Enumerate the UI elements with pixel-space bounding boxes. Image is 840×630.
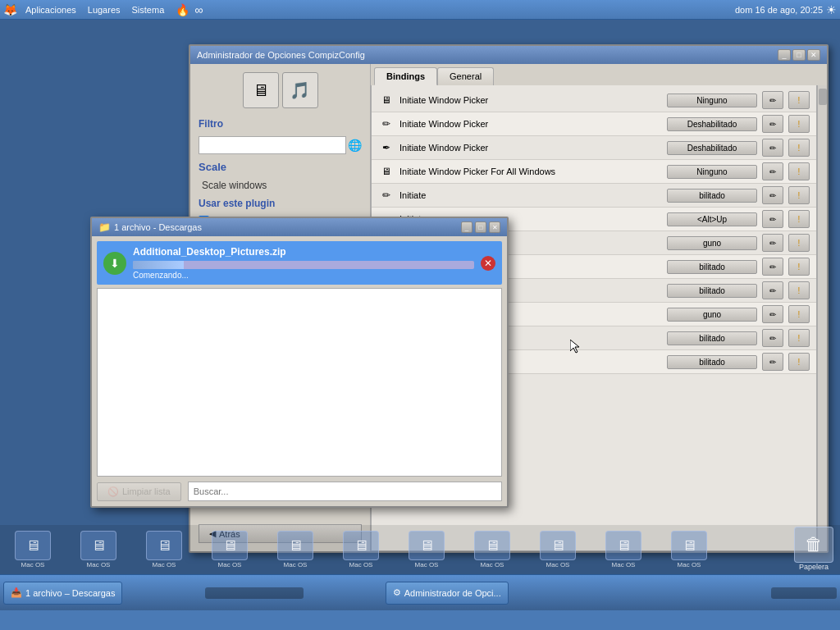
sun-icon: ☀ <box>826 3 837 16</box>
binding-edit-btn-9[interactable]: ✏ <box>762 281 783 299</box>
mac-icon-2[interactable]: 🖥 Mac OS <box>66 531 131 568</box>
firefox-icon[interactable]: 🔥 <box>176 3 189 16</box>
binding-value-btn-10[interactable]: guno <box>667 308 757 322</box>
binding-warn-btn-7[interactable]: ! <box>788 234 810 252</box>
menu-sistema[interactable]: Sistema <box>129 3 168 16</box>
mac-icon-9[interactable]: 🖥 Mac OS <box>525 531 591 568</box>
binding-value-btn-5[interactable]: bilitado <box>667 189 757 203</box>
window-maximize[interactable]: □ <box>792 49 806 61</box>
dialog-minimize[interactable]: _ <box>461 221 472 233</box>
scrollbar[interactable] <box>817 85 827 551</box>
download-file-icon: ⬇ <box>103 252 126 275</box>
menu-lugares[interactable]: Lugares <box>84 3 124 16</box>
download-progress-fill <box>133 261 184 269</box>
binding-edit-btn-12[interactable]: ✏ <box>762 353 783 371</box>
mac-icon-box-11: 🖥 <box>671 531 707 560</box>
binding-edit-btn-6[interactable]: ✏ <box>762 210 783 228</box>
usar-plugin[interactable]: Usar este plugin <box>199 198 362 209</box>
buscar-input[interactable] <box>188 482 502 501</box>
binding-warn-btn-2[interactable]: ! <box>788 115 810 133</box>
download-empty-area <box>97 288 502 477</box>
mac-icon-label-9: Mac OS <box>546 561 570 568</box>
binding-value-btn-1[interactable]: Ninguno <box>667 94 757 107</box>
top-icon: 🦊 <box>3 3 17 16</box>
binding-warn-btn-1[interactable]: ! <box>788 91 810 109</box>
binding-value-btn-11[interactable]: bilitado <box>667 331 757 345</box>
binding-edit-btn-4[interactable]: ✏ <box>762 162 783 180</box>
binding-value-btn-12[interactable]: bilitado <box>667 355 757 369</box>
mac-icon-11[interactable]: 🖥 Mac OS <box>656 531 722 568</box>
binding-value-btn-9[interactable]: bilitado <box>667 284 757 298</box>
binding-value-btn-3[interactable]: Deshabilitado <box>667 141 757 155</box>
window-close[interactable]: ✕ <box>807 49 820 61</box>
mac-icon-box-7: 🖥 <box>409 531 445 560</box>
binding-warn-btn-6[interactable]: ! <box>788 210 810 228</box>
binding-edit-btn-10[interactable]: ✏ <box>762 305 783 323</box>
mac-icon-8[interactable]: 🖥 Mac OS <box>459 531 525 568</box>
binding-value-btn-4[interactable]: Ninguno <box>667 165 757 179</box>
window-minimize[interactable]: _ <box>778 49 791 61</box>
mac-icon-label-10: Mac OS <box>612 561 636 568</box>
mac-icon-3[interactable]: 🖥 Mac OS <box>131 531 197 568</box>
binding-edit-btn-5[interactable]: ✏ <box>762 186 783 204</box>
binding-row-5: ✏ Initiate bilitado ✏ ! <box>372 184 816 208</box>
mac-icon-label-1: Mac OS <box>21 561 45 568</box>
mac-icon-box-4: 🖥 <box>212 531 248 560</box>
binding-edit-btn-8[interactable]: ✏ <box>762 258 783 276</box>
binding-row-2: ✏ Initiate Window Picker Deshabilitado ✏… <box>372 112 816 136</box>
tabs: Bindings General <box>371 64 827 85</box>
binding-edit-btn-2[interactable]: ✏ <box>762 115 783 133</box>
download-cancel-btn[interactable]: ✕ <box>481 256 495 271</box>
mac-icon-6[interactable]: 🖥 Mac OS <box>328 531 394 568</box>
binding-warn-btn-5[interactable]: ! <box>788 186 810 204</box>
binding-edit-btn-7[interactable]: ✏ <box>762 234 783 252</box>
mac-icon-10[interactable]: 🖥 Mac OS <box>591 531 656 568</box>
dialog-close[interactable]: ✕ <box>489 221 500 233</box>
download-progress-bar <box>133 261 474 269</box>
mac-icon-1[interactable]: 🖥 Mac OS <box>0 531 66 568</box>
binding-warn-btn-9[interactable]: ! <box>788 281 810 299</box>
mac-icon-box-3: 🖥 <box>146 531 182 560</box>
binding-warn-btn-4[interactable]: ! <box>788 162 810 180</box>
scale-label: Scale <box>199 161 362 173</box>
binding-warn-btn-10[interactable]: ! <box>788 305 810 323</box>
limpiar-lista-button[interactable]: 🚫 Limpiar lista <box>97 482 181 501</box>
binding-value-btn-8[interactable]: bilitado <box>667 260 757 274</box>
mac-icon-label-5: Mac OS <box>284 561 308 568</box>
mac-icon-5[interactable]: 🖥 Mac OS <box>262 531 328 568</box>
binding-warn-btn-8[interactable]: ! <box>788 258 810 276</box>
binding-icon-4: 🖥 <box>378 163 395 180</box>
dialog-title: 1 archivo - Descargas <box>114 222 202 232</box>
dialog-titlebar-icons: _ □ ✕ <box>461 221 500 233</box>
mac-icon-box-9: 🖥 <box>540 531 576 560</box>
taskbar-item-1[interactable]: 📥 1 archivo – Descargas <box>3 582 122 605</box>
binding-value-btn-6[interactable]: <Alt>Up <box>667 212 757 226</box>
mac-icon-4[interactable]: 🖥 Mac OS <box>197 531 262 568</box>
tab-general[interactable]: General <box>437 67 494 85</box>
binding-row-3: ✒ Initiate Window Picker Deshabilitado ✏… <box>372 136 816 160</box>
mac-icon-7[interactable]: 🖥 Mac OS <box>394 531 459 568</box>
mac-icon-box-6: 🖥 <box>343 531 379 560</box>
taskbar-item-2[interactable]: ⚙ Administrador de Opci... <box>386 582 509 605</box>
binding-value-btn-7[interactable]: guno <box>667 236 757 250</box>
menu-aplicaciones[interactable]: Aplicaciones <box>22 3 80 16</box>
binding-edit-btn-1[interactable]: ✏ <box>762 91 783 109</box>
taskbar-item-1-label: 1 archivo – Descargas <box>25 588 115 598</box>
dialog-maximize[interactable]: □ <box>475 221 486 233</box>
tab-bindings[interactable]: Bindings <box>374 67 437 85</box>
binding-warn-btn-3[interactable]: ! <box>788 139 810 157</box>
binding-edit-btn-3[interactable]: ✏ <box>762 139 783 157</box>
dialog-body: ⬇ Additional_Desktop_Pictures.zip Comenz… <box>92 236 507 506</box>
mac-icon-label-3: Mac OS <box>153 561 176 568</box>
binding-edit-btn-11[interactable]: ✏ <box>762 329 783 347</box>
binding-icon-1: 🖥 <box>378 92 395 108</box>
filtro-icon: 🌐 <box>348 139 362 152</box>
binding-icon-2: ✏ <box>378 116 395 132</box>
filtro-input[interactable] <box>199 136 346 154</box>
binding-label-5: Initiate <box>399 190 662 200</box>
trash-icon[interactable]: 🗑 Papelera <box>794 527 833 571</box>
binding-warn-btn-12[interactable]: ! <box>788 353 810 371</box>
binding-warn-btn-11[interactable]: ! <box>788 329 810 347</box>
binding-value-btn-2[interactable]: Deshabilitado <box>667 117 757 131</box>
sidebar-icon-music: 🎵 <box>282 72 318 108</box>
